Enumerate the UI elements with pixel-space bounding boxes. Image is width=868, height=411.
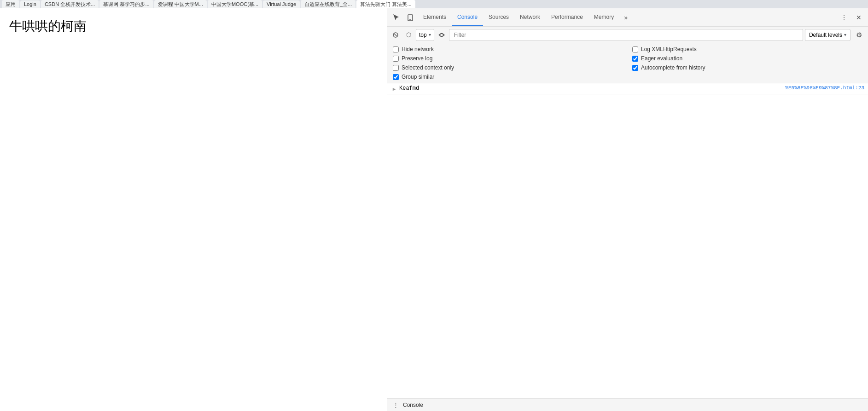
option-selected-ctx: Selected context only bbox=[393, 64, 623, 71]
log-xhr-checkbox[interactable] bbox=[632, 46, 638, 52]
main-layout: 牛哄哄的柯南 Elements Console bbox=[0, 8, 868, 411]
log-source-link[interactable]: %E5%8F%98%E9%87%8F.html:23 bbox=[785, 85, 864, 91]
option-eager-eval: Eager evaluation bbox=[632, 55, 862, 62]
devtools-top-right: ⋮ ✕ bbox=[838, 11, 865, 24]
levels-dropdown-arrow: ▾ bbox=[844, 32, 846, 37]
tab-adaptive[interactable]: 自适应在线教育_全... bbox=[301, 0, 355, 8]
filter-input[interactable] bbox=[452, 32, 800, 38]
tab-vjudge[interactable]: Virtual Judge bbox=[263, 0, 300, 8]
stop-on-exception-button[interactable]: ⬡ bbox=[403, 29, 414, 41]
tab-console[interactable]: Console bbox=[452, 8, 483, 26]
preserve-log-label[interactable]: Preserve log bbox=[402, 55, 432, 62]
eager-eval-label[interactable]: Eager evaluation bbox=[641, 55, 682, 62]
console-output: ▶ Keafmd %E5%8F%98%E9%87%8F.html:23 bbox=[387, 83, 868, 398]
bottom-menu-button[interactable]: ⋮ bbox=[391, 400, 400, 410]
option-autocomplete: Autocomplete from history bbox=[632, 64, 862, 71]
clear-console-button[interactable] bbox=[390, 29, 401, 41]
option-preserve-log: Preserve log bbox=[393, 55, 623, 62]
selected-ctx-checkbox[interactable] bbox=[393, 65, 399, 71]
log-xhr-label[interactable]: Log XMLHttpRequests bbox=[641, 46, 697, 52]
svg-line-3 bbox=[394, 34, 397, 36]
filter-area bbox=[449, 29, 803, 41]
console-second-toolbar: ⬡ top ▾ Default levels ▾ ⚙ bbox=[387, 27, 868, 43]
tab-csdn[interactable]: CSDN 全栈开发技术... bbox=[41, 0, 99, 8]
webpage-area: 牛哄哄的柯南 bbox=[0, 8, 387, 411]
devtools-toolbar: Elements Console Sources Network Perform… bbox=[387, 8, 868, 27]
page-title: 牛哄哄的柯南 bbox=[9, 17, 378, 35]
group-similar-checkbox[interactable] bbox=[393, 74, 399, 80]
devtools-menu-button[interactable]: ⋮ bbox=[838, 11, 851, 24]
group-similar-label[interactable]: Group similar bbox=[402, 74, 434, 80]
option-hide-network: Hide network bbox=[393, 46, 623, 52]
eager-eval-checkbox[interactable] bbox=[632, 56, 638, 62]
tab-yingyong[interactable]: 应用 bbox=[2, 0, 19, 8]
log-text: Keafmd bbox=[399, 85, 785, 92]
hide-network-checkbox[interactable] bbox=[393, 46, 399, 52]
tab-elements[interactable]: Elements bbox=[418, 8, 452, 26]
tab-memory[interactable]: Memory bbox=[588, 8, 619, 26]
hide-network-label[interactable]: Hide network bbox=[402, 46, 434, 52]
devtools-tabs: Elements Console Sources Network Perform… bbox=[418, 8, 837, 26]
preserve-log-checkbox[interactable] bbox=[393, 56, 399, 62]
option-log-xhr: Log XMLHttpRequests bbox=[632, 46, 862, 52]
inspect-element-button[interactable] bbox=[390, 11, 403, 24]
console-options: Hide network Log XMLHttpRequests Preserv… bbox=[387, 43, 868, 83]
devtools-panel: Elements Console Sources Network Perform… bbox=[387, 8, 868, 411]
console-settings-button[interactable]: ⚙ bbox=[852, 29, 865, 41]
autocomplete-label[interactable]: Autocomplete from history bbox=[641, 64, 705, 71]
option-group-similar: Group similar bbox=[393, 74, 623, 80]
more-tabs-button[interactable]: » bbox=[619, 11, 632, 24]
default-levels-button[interactable]: Default levels ▾ bbox=[805, 29, 851, 41]
tab-mooc1[interactable]: 慕课网 慕学习的步... bbox=[99, 0, 153, 8]
tab-login[interactable]: Login bbox=[20, 0, 40, 8]
device-mode-button[interactable] bbox=[404, 11, 417, 24]
console-log-entry[interactable]: ▶ Keafmd %E5%8F%98%E9%87%8F.html:23 bbox=[387, 83, 868, 94]
tab-sources[interactable]: Sources bbox=[483, 8, 514, 26]
tab-mooc2[interactable]: 中国大学MOOC(慕... bbox=[208, 0, 262, 8]
show-search-bar-button[interactable] bbox=[436, 29, 447, 41]
context-selector[interactable]: top ▾ bbox=[416, 29, 434, 41]
tab-aiketang[interactable]: 爱课程 中国大学M... bbox=[154, 0, 207, 8]
tab-network[interactable]: Network bbox=[514, 8, 546, 26]
console-bottom-bar: ⋮ Console bbox=[387, 398, 868, 411]
context-dropdown-arrow: ▾ bbox=[429, 32, 431, 37]
devtools-close-button[interactable]: ✕ bbox=[852, 11, 865, 24]
selected-ctx-label[interactable]: Selected context only bbox=[402, 64, 454, 71]
entry-expand-button[interactable]: ▶ bbox=[391, 86, 397, 92]
bottom-console-label: Console bbox=[403, 402, 423, 408]
browser-tab-bar: 应用 Login CSDN 全栈开发技术... 慕课网 慕学习的步... 爱课程… bbox=[0, 0, 868, 8]
autocomplete-checkbox[interactable] bbox=[632, 65, 638, 71]
tab-performance[interactable]: Performance bbox=[546, 8, 588, 26]
tab-active[interactable]: 算法先驱大门 算法美... bbox=[356, 0, 415, 8]
